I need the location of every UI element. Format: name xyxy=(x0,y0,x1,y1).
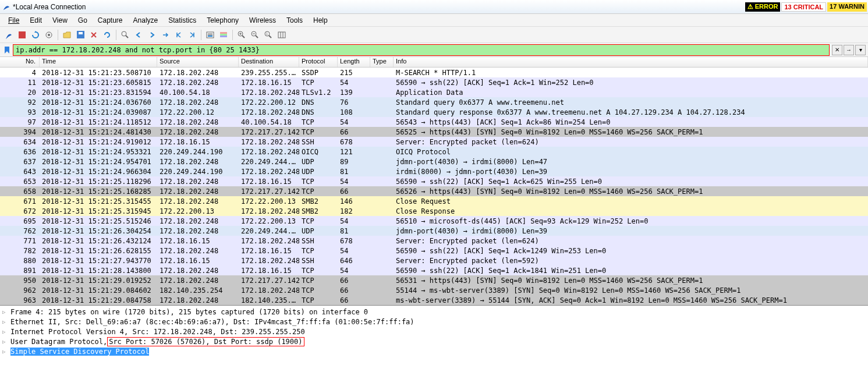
expand-icon[interactable]: ▷ xyxy=(2,329,8,335)
packet-list[interactable]: No. Time Source Destination Protocol Len… xyxy=(0,57,868,306)
menu-file[interactable]: File xyxy=(3,15,24,26)
svg-rect-3 xyxy=(77,31,84,38)
packet-row[interactable]: 7622018-12-31 15:21:26.304254172.18.202.… xyxy=(0,226,868,236)
menu-go[interactable]: Go xyxy=(73,15,92,26)
restart-capture-icon[interactable] xyxy=(29,29,42,41)
svg-rect-24 xyxy=(278,32,285,38)
resize-cols-icon[interactable] xyxy=(275,29,288,41)
packet-row[interactable]: 7822018-12-31 15:21:26.628155172.18.202.… xyxy=(0,246,868,256)
col-length[interactable]: Length xyxy=(338,57,370,67)
filter-apply-icon[interactable]: → xyxy=(844,45,854,55)
display-filter-input[interactable] xyxy=(13,44,830,56)
menu-view[interactable]: View xyxy=(48,15,72,26)
expand-icon[interactable]: ▷ xyxy=(2,339,8,345)
packet-list-header[interactable]: No. Time Source Destination Protocol Len… xyxy=(0,57,868,68)
packet-row[interactable]: 112018-12-31 15:21:23.605815172.18.202.2… xyxy=(0,77,868,87)
packet-row[interactable]: 932018-12-31 15:21:24.039087172.22.200.1… xyxy=(0,107,868,117)
zoom-reset-icon[interactable]: 1 xyxy=(262,29,275,41)
packet-row[interactable]: 972018-12-31 15:21:24.118512172.18.202.2… xyxy=(0,117,868,127)
packet-row[interactable]: 202018-12-31 15:21:23.83159440.100.54.18… xyxy=(0,87,868,97)
zoom-in-icon[interactable] xyxy=(235,29,248,41)
packet-row[interactable]: 6532018-12-31 15:21:25.118296172.18.202.… xyxy=(0,176,868,186)
packet-row[interactable]: 6712018-12-31 15:21:25.315455172.18.202.… xyxy=(0,196,868,206)
reload-icon[interactable] xyxy=(101,29,114,41)
close-file-icon[interactable] xyxy=(87,29,100,41)
colorize-icon[interactable] xyxy=(217,29,230,41)
svg-point-5 xyxy=(122,31,126,36)
filter-dropdown-icon[interactable]: ▾ xyxy=(855,45,866,55)
packet-row[interactable]: 8912018-12-31 15:21:28.143800172.18.202.… xyxy=(0,265,868,275)
packet-row[interactable]: 3942018-12-31 15:21:24.481430172.18.202.… xyxy=(0,127,868,137)
packet-row[interactable]: 9632018-12-31 15:21:29.084758172.18.202.… xyxy=(0,295,868,305)
find-icon[interactable] xyxy=(119,29,132,41)
start-capture-icon[interactable] xyxy=(2,29,15,41)
col-destination[interactable]: Destination xyxy=(239,57,299,67)
menu-statistics[interactable]: Statistics xyxy=(164,15,201,26)
autoscroll-icon[interactable] xyxy=(204,29,217,41)
bookmark-icon[interactable] xyxy=(2,45,12,55)
menu-help[interactable]: Help xyxy=(309,15,332,26)
prev-icon[interactable] xyxy=(132,29,145,41)
packet-row[interactable]: 7712018-12-31 15:21:26.432124172.18.16.1… xyxy=(0,236,868,246)
packet-row[interactable]: 42018-12-31 15:21:23.508710172.18.202.24… xyxy=(0,68,868,77)
window-title: *Local Area Connection xyxy=(13,3,86,11)
app-icon xyxy=(2,3,10,11)
packet-row[interactable]: 9622018-12-31 15:21:29.084602182.140.235… xyxy=(0,285,868,295)
menu-bar: File Edit View Go Capture Analyze Statis… xyxy=(0,14,868,27)
packet-row[interactable]: 6722018-12-31 15:21:25.315945172.22.200.… xyxy=(0,206,868,216)
col-time[interactable]: Time xyxy=(40,57,157,67)
svg-rect-11 xyxy=(220,32,227,34)
detail-frame[interactable]: ▷Frame 4: 215 bytes on wire (1720 bits),… xyxy=(2,307,866,317)
title-bar: *Local Area Connection ⚠ ERROR 13 CRITIC… xyxy=(0,0,868,14)
warning-badge[interactable]: 17 WARNIN xyxy=(827,2,867,12)
menu-tools[interactable]: Tools xyxy=(282,15,307,26)
packet-row[interactable]: 8802018-12-31 15:21:27.943770172.18.16.1… xyxy=(0,256,868,265)
svg-rect-0 xyxy=(19,31,26,38)
menu-edit[interactable]: Edit xyxy=(25,15,47,26)
expand-icon[interactable]: ▷ xyxy=(2,349,8,355)
detail-ssdp[interactable]: ▷Simple Service Discovery Protocol xyxy=(2,346,866,356)
save-file-icon[interactable] xyxy=(74,29,87,41)
col-no[interactable]: No. xyxy=(0,57,40,67)
next-icon[interactable] xyxy=(146,29,158,41)
packet-row[interactable]: 922018-12-31 15:21:24.036760172.18.202.2… xyxy=(0,97,868,107)
first-icon[interactable] xyxy=(172,29,185,41)
critical-badge[interactable]: 13 CRITICAL xyxy=(781,2,826,12)
svg-line-15 xyxy=(242,36,245,38)
expand-icon[interactable]: ▷ xyxy=(2,309,8,315)
packet-details[interactable]: ▷Frame 4: 215 bytes on wire (1720 bits),… xyxy=(0,306,868,365)
packet-row[interactable]: 6342018-12-31 15:21:24.919012172.18.16.1… xyxy=(0,137,868,147)
filter-bar: ✕ → ▾ xyxy=(0,43,868,57)
svg-line-6 xyxy=(126,36,128,38)
menu-capture[interactable]: Capture xyxy=(93,15,127,26)
packet-row[interactable]: 6362018-12-31 15:21:24.953321220.249.244… xyxy=(0,147,868,157)
col-source[interactable]: Source xyxy=(157,57,239,67)
zoom-out-icon[interactable] xyxy=(249,29,261,41)
detail-ethernet[interactable]: ▷Ethernet II, Src: Dell_69:a6:a7 (8c:ec:… xyxy=(2,317,866,327)
status-badges: ⚠ ERROR 13 CRITICAL 17 WARNIN xyxy=(745,2,867,12)
goto-icon[interactable] xyxy=(159,29,172,41)
menu-telephony[interactable]: Telephony xyxy=(202,15,243,26)
expand-icon[interactable]: ▷ xyxy=(2,319,8,325)
menu-analyze[interactable]: Analyze xyxy=(129,15,163,26)
svg-rect-12 xyxy=(220,34,227,36)
packet-row[interactable]: 6582018-12-31 15:21:25.168285172.18.202.… xyxy=(0,186,868,196)
packet-row[interactable]: 6372018-12-31 15:21:24.954701172.18.202.… xyxy=(0,157,868,166)
svg-line-22 xyxy=(269,36,271,38)
svg-line-19 xyxy=(256,36,258,38)
detail-ip[interactable]: ▷Internet Protocol Version 4, Src: 172.1… xyxy=(2,327,866,336)
packet-row[interactable]: 9502018-12-31 15:21:29.019252172.18.202.… xyxy=(0,275,868,285)
col-info[interactable]: Info xyxy=(394,57,868,67)
detail-udp[interactable]: ▷User Datagram Protocol, Src Port: 57026… xyxy=(2,336,866,346)
stop-capture-icon[interactable] xyxy=(16,29,29,41)
filter-clear-icon[interactable]: ✕ xyxy=(832,45,842,55)
options-icon[interactable] xyxy=(42,29,55,41)
error-badge[interactable]: ⚠ ERROR xyxy=(745,2,781,12)
packet-row[interactable]: 6952018-12-31 15:21:25.515246172.18.202.… xyxy=(0,216,868,226)
col-protocol[interactable]: Protocol xyxy=(299,57,338,67)
col-type[interactable]: Type xyxy=(370,57,394,67)
last-icon[interactable] xyxy=(186,29,199,41)
packet-row[interactable]: 6432018-12-31 15:21:24.966304220.249.244… xyxy=(0,166,868,176)
menu-wireless[interactable]: Wireless xyxy=(245,15,281,26)
open-file-icon[interactable] xyxy=(61,29,73,41)
